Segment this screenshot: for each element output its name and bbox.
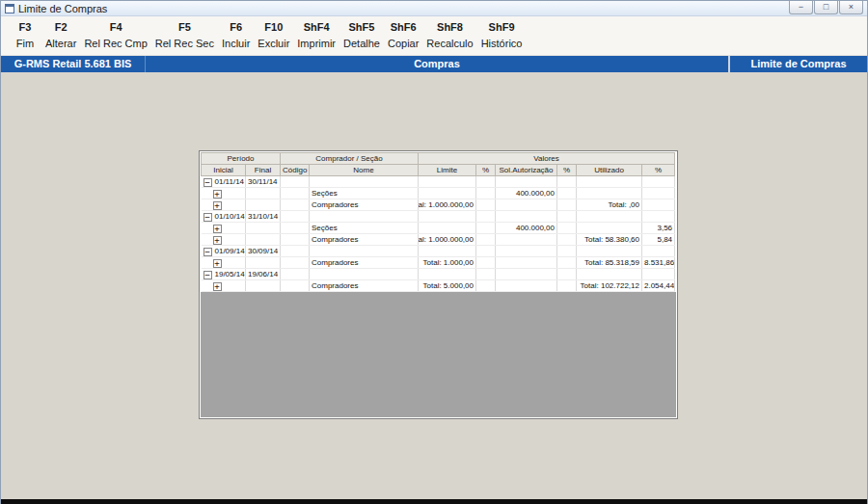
window-title: Limite de Compras	[18, 3, 107, 14]
cell-final: 30/09/14	[246, 246, 281, 257]
expand-icon[interactable]: +	[213, 282, 222, 291]
cell-pct-utilizado	[642, 246, 675, 257]
minimize-button[interactable]: −	[789, 1, 813, 14]
collapse-icon[interactable]: −	[203, 213, 212, 222]
cell-limite	[419, 223, 476, 234]
cell-pct-sol-autorizacao	[557, 257, 577, 269]
cell-pct-limite	[476, 188, 496, 199]
cell-utilizado	[577, 223, 642, 234]
toolbar-key-label: ShF8	[426, 21, 473, 33]
cell-utilizado: Total: ,00	[577, 199, 642, 211]
cell-pct-utilizado: 5,84	[642, 234, 675, 246]
toolbar-key-label: F2	[45, 21, 76, 33]
toolbar-button-shf6[interactable]: ShF6Copiar	[384, 20, 422, 50]
toolbar-key-label: F6	[222, 21, 250, 33]
collapse-icon[interactable]: −	[203, 271, 212, 279]
cell-pct-limite	[476, 257, 496, 269]
cell-codigo	[281, 176, 310, 188]
titlebar[interactable]: Limite de Compras −□×	[1, 1, 867, 16]
toolbar-button-f2[interactable]: F2Alterar	[41, 20, 80, 50]
toolbar-button-shf8[interactable]: ShF8Recalculo	[422, 20, 476, 50]
cell-inicial: −19/05/14	[202, 269, 246, 280]
cell-sol-autorizacao	[496, 211, 557, 223]
cell-pct-limite	[476, 223, 496, 234]
cell-pct-sol-autorizacao	[557, 223, 577, 234]
cell-inicial: +	[202, 223, 246, 234]
cell-utilizado	[577, 246, 642, 257]
expand-icon[interactable]: +	[213, 225, 222, 233]
limits-table: PeríodoComprador / SeçãoValoresInicialFi…	[201, 152, 675, 292]
expand-icon[interactable]: +	[213, 201, 222, 210]
toolbar-button-shf4[interactable]: ShF4Imprimir	[293, 20, 339, 50]
toolbar-action-label: Rel Rec Cmp	[84, 38, 147, 49]
toolbar-button-f3[interactable]: F3Fim	[9, 20, 41, 50]
cell-codigo	[281, 269, 310, 280]
toolbar-action-label: Rel Rec Sec	[155, 38, 214, 49]
column-header-inicial-0[interactable]: Inicial	[202, 165, 246, 176]
inicial-date: 01/09/14	[215, 247, 245, 255]
cell-pct-utilizado: 3,56	[642, 223, 675, 234]
column-header-utilizado-8[interactable]: Utilizado	[577, 165, 642, 176]
collapse-icon[interactable]: −	[203, 178, 212, 187]
detail-row[interactable]: +CompradoresTotal: 1.000.000,00Total: 58…	[202, 234, 675, 246]
maximize-button[interactable]: □	[814, 1, 838, 14]
column-header-pct-5[interactable]: %	[476, 165, 496, 176]
cell-nome: Compradores	[310, 257, 419, 269]
cell-sol-autorizacao: 400.000,00	[496, 188, 557, 199]
detail-row[interactable]: +Seções400.000,003,56	[202, 223, 675, 234]
cell-sol-autorizacao	[496, 234, 557, 246]
toolbar-action-label: Copiar	[388, 38, 419, 49]
detail-row[interactable]: +CompradoresTotal: 1.000,00Total: 85.318…	[202, 257, 675, 269]
group-header-row: PeríodoComprador / SeçãoValores	[202, 153, 675, 165]
toolbar-action-label: Incluir	[222, 38, 250, 49]
cell-sol-autorizacao	[496, 269, 557, 280]
cell-pct-sol-autorizacao	[557, 269, 577, 280]
period-group-row[interactable]: −01/09/1430/09/14	[202, 246, 675, 257]
expand-icon[interactable]: +	[213, 259, 222, 268]
column-header-limite-4[interactable]: Limite	[419, 165, 476, 176]
column-group-header-valores: Valores	[419, 153, 675, 165]
column-group-header-periodo: Período	[202, 153, 281, 165]
period-group-row[interactable]: −01/10/1431/10/14	[202, 211, 675, 223]
column-header-pct-7[interactable]: %	[557, 165, 577, 176]
cell-utilizado	[577, 269, 642, 280]
column-header-pct-9[interactable]: %	[642, 165, 675, 176]
detail-row[interactable]: +Seções400.000,00	[202, 188, 675, 199]
cell-inicial: +	[202, 257, 246, 269]
detail-row[interactable]: +CompradoresTotal: 5.000,00Total: 102.72…	[202, 280, 675, 292]
period-group-row[interactable]: −19/05/1419/06/14	[202, 269, 675, 280]
cell-limite	[419, 188, 476, 199]
cell-pct-limite	[476, 176, 496, 188]
inicial-date: 19/05/14	[215, 270, 245, 279]
expand-icon[interactable]: +	[213, 190, 222, 199]
column-header-final-1[interactable]: Final	[246, 165, 281, 176]
toolbar-button-shf5[interactable]: ShF5Detalhe	[339, 20, 384, 50]
cell-pct-sol-autorizacao	[557, 199, 577, 211]
toolbar-button-f6[interactable]: F6Incluir	[218, 20, 254, 50]
cell-inicial: −01/10/14	[202, 211, 246, 223]
status-header-bar: G-RMS Retail 5.681 BIS Compras Limite de…	[1, 56, 867, 72]
toolbar-button-f10[interactable]: F10Excluir	[254, 20, 293, 50]
cell-pct-utilizado	[642, 211, 675, 223]
cell-inicial: +	[202, 234, 246, 246]
column-header-nome-3[interactable]: Nome	[310, 165, 419, 176]
toolbar-button-f5[interactable]: F5Rel Rec Sec	[151, 20, 218, 50]
column-header-row: InicialFinalCódigoNomeLimite%Sol.Autoriz…	[202, 165, 675, 176]
cell-utilizado	[577, 211, 642, 223]
cell-codigo	[281, 246, 310, 257]
toolbar-key-label: ShF4	[297, 21, 336, 33]
collapse-icon[interactable]: −	[203, 248, 212, 256]
close-button[interactable]: ×	[839, 1, 863, 14]
cell-codigo	[281, 234, 310, 246]
column-header-codigo-2[interactable]: Código	[281, 165, 310, 176]
toolbar-key-label: F10	[258, 21, 289, 33]
toolbar-button-shf9[interactable]: ShF9Histórico	[477, 20, 527, 50]
expand-icon[interactable]: +	[213, 236, 222, 245]
detail-row[interactable]: +CompradoresTotal: 1.000.000,00Total: ,0…	[202, 199, 675, 211]
cell-codigo	[281, 211, 310, 223]
column-header-sol-autorizacao-6[interactable]: Sol.Autorização	[496, 165, 557, 176]
period-group-row[interactable]: −01/11/1430/11/14	[202, 176, 675, 188]
cell-sol-autorizacao	[496, 257, 557, 269]
cell-limite	[419, 176, 476, 188]
toolbar-button-f4[interactable]: F4Rel Rec Cmp	[80, 20, 150, 50]
